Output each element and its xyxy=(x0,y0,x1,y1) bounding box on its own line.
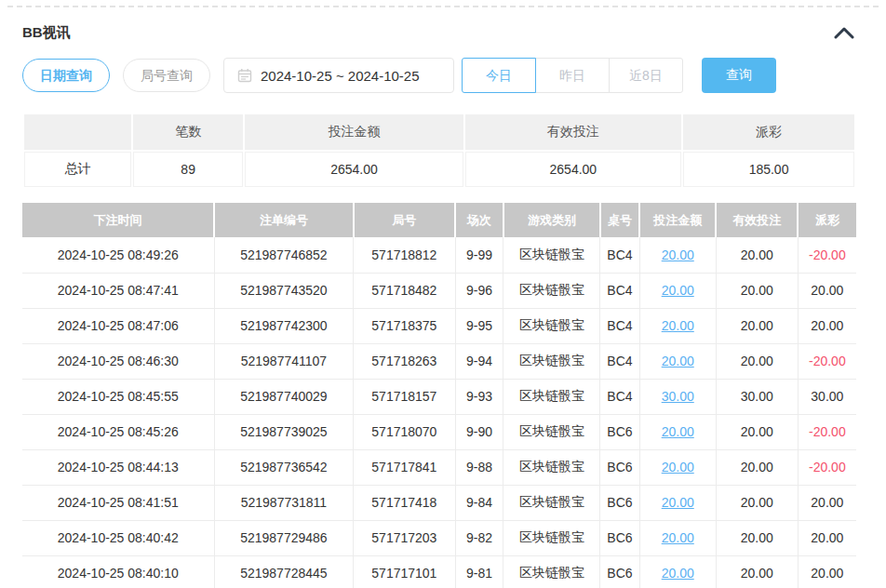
game-type-cell: 区块链骰宝 xyxy=(503,308,600,343)
bet-amount-cell: 20.00 xyxy=(639,520,716,555)
table-no-cell: BC4 xyxy=(600,273,639,308)
bet-amount-cell: 20.00 xyxy=(639,449,716,485)
table-no-cell: BC4 xyxy=(600,308,639,343)
payout-cell: -20.00 xyxy=(798,414,856,449)
bet-table-header-cell: 局号 xyxy=(354,203,455,237)
collapse-button[interactable] xyxy=(832,25,856,41)
bet-table-header-cell: 下注时间 xyxy=(22,203,214,237)
payout-cell: -20.00 xyxy=(798,449,856,485)
bet-amount-cell: 20.00 xyxy=(639,308,716,343)
table-no-cell: BC6 xyxy=(600,555,639,588)
table-row: 2024-10-25 08:40:42521987729486571717203… xyxy=(22,520,856,555)
bet-amount-cell: 30.00 xyxy=(639,379,716,414)
game-type-cell: 区块链骰宝 xyxy=(503,485,600,520)
order-no-cell: 521987742300 xyxy=(214,308,354,343)
valid-bet-cell: 20.00 xyxy=(716,414,798,449)
bet-amount-cell: 20.00 xyxy=(639,555,716,588)
bet-time-cell: 2024-10-25 08:47:06 xyxy=(22,308,214,343)
table-row: 2024-10-25 08:40:10521987728445571717101… xyxy=(22,555,856,588)
session-cell: 9-93 xyxy=(455,379,503,414)
filter-bar: 日期查询 局号查询 2024-10-25 ~ 2024-10-25 今日 昨日 … xyxy=(22,58,856,93)
bet-table-header-cell: 注单编号 xyxy=(214,203,354,237)
bet-amount-cell: 20.00 xyxy=(639,485,716,520)
bet-amount-link[interactable]: 20.00 xyxy=(662,460,694,474)
table-no-cell: BC6 xyxy=(600,485,639,520)
summary-header-valid-bet: 有效投注 xyxy=(465,114,681,150)
valid-bet-cell: 20.00 xyxy=(716,273,798,308)
bet-amount-cell: 20.00 xyxy=(639,273,716,308)
payout-cell: -20.00 xyxy=(798,237,856,273)
bet-amount-link[interactable]: 20.00 xyxy=(662,318,694,333)
table-no-cell: BC6 xyxy=(600,414,639,449)
summary-total-label: 总计 xyxy=(24,152,131,187)
payout-cell: 20.00 xyxy=(798,273,856,308)
order-no-cell: 521987740029 xyxy=(214,379,354,414)
bet-amount-link[interactable]: 20.00 xyxy=(662,283,694,298)
round-no-cell: 571717101 xyxy=(354,555,455,588)
bet-amount-link[interactable]: 20.00 xyxy=(662,566,694,581)
bet-amount-link[interactable]: 20.00 xyxy=(662,495,694,510)
bet-amount-link[interactable]: 20.00 xyxy=(662,530,694,545)
calendar-icon xyxy=(237,68,252,83)
bet-table-header-cell: 场次 xyxy=(455,203,503,237)
bet-amount-cell: 20.00 xyxy=(639,237,716,273)
payout-cell: 20.00 xyxy=(798,555,856,588)
payout-cell: -20.00 xyxy=(798,343,856,379)
bet-time-cell: 2024-10-25 08:40:10 xyxy=(22,555,214,588)
order-no-cell: 521987729486 xyxy=(214,520,354,555)
game-type-cell: 区块链骰宝 xyxy=(503,379,600,414)
round-no-cell: 571718263 xyxy=(354,343,455,379)
bet-table: 下注时间注单编号局号场次游戏类别桌号投注金额有效投注派彩 2024-10-25 … xyxy=(22,203,856,588)
valid-bet-cell: 20.00 xyxy=(716,343,798,379)
quick-range-group: 今日 昨日 近8日 xyxy=(462,58,683,93)
session-cell: 9-84 xyxy=(455,485,503,520)
valid-bet-cell: 20.00 xyxy=(716,237,798,273)
bet-amount-link[interactable]: 20.00 xyxy=(662,247,694,262)
bet-table-body: 2024-10-25 08:49:26521987746852571718812… xyxy=(22,237,856,588)
order-no-cell: 521987728445 xyxy=(214,555,354,588)
session-cell: 9-82 xyxy=(455,520,503,555)
session-cell: 9-88 xyxy=(455,449,503,485)
table-row: 2024-10-25 08:47:41521987743520571718482… xyxy=(22,273,856,308)
table-row: 2024-10-25 08:44:13521987736542571717841… xyxy=(22,449,856,485)
summary-header-payout: 派彩 xyxy=(683,114,854,150)
round-no-cell: 571717418 xyxy=(354,485,455,520)
date-range-value: 2024-10-25 ~ 2024-10-25 xyxy=(261,68,420,84)
bet-amount-link[interactable]: 30.00 xyxy=(662,389,694,404)
tab-date-query[interactable]: 日期查询 xyxy=(22,59,110,92)
summary-total-bet-amount: 2654.00 xyxy=(245,152,463,187)
bet-time-cell: 2024-10-25 08:40:42 xyxy=(22,520,214,555)
chevron-up-icon xyxy=(834,27,854,39)
summary-total-row: 总计 89 2654.00 2654.00 185.00 xyxy=(24,152,854,187)
summary-total-payout: 185.00 xyxy=(683,152,854,187)
bet-amount-link[interactable]: 20.00 xyxy=(662,424,694,439)
search-button[interactable]: 查询 xyxy=(702,58,776,93)
date-range-picker[interactable]: 2024-10-25 ~ 2024-10-25 xyxy=(223,58,454,93)
table-row: 2024-10-25 08:45:26521987739025571718070… xyxy=(22,414,856,449)
bet-time-cell: 2024-10-25 08:44:13 xyxy=(22,449,214,485)
summary-header-empty xyxy=(24,114,131,150)
quick-range-last8days[interactable]: 近8日 xyxy=(609,58,683,93)
payout-cell: 20.00 xyxy=(798,308,856,343)
bet-amount-link[interactable]: 20.00 xyxy=(662,354,694,368)
bet-table-header-cell: 派彩 xyxy=(798,203,856,237)
bet-time-cell: 2024-10-25 08:41:51 xyxy=(22,485,214,520)
valid-bet-cell: 20.00 xyxy=(716,555,798,588)
summary-table: 笔数 投注金额 有效投注 派彩 总计 89 2654.00 2654.00 18… xyxy=(22,113,856,189)
tab-round-query[interactable]: 局号查询 xyxy=(123,59,210,92)
bet-amount-cell: 20.00 xyxy=(639,414,716,449)
valid-bet-cell: 20.00 xyxy=(716,449,798,485)
round-no-cell: 571718812 xyxy=(354,237,455,273)
game-type-cell: 区块链骰宝 xyxy=(503,520,600,555)
session-cell: 9-99 xyxy=(455,237,503,273)
round-no-cell: 571718070 xyxy=(354,414,455,449)
page-title: BB视讯 xyxy=(22,24,71,42)
table-no-cell: BC4 xyxy=(600,379,639,414)
quick-range-today[interactable]: 今日 xyxy=(462,58,536,93)
table-no-cell: BC6 xyxy=(600,449,639,485)
table-row: 2024-10-25 08:41:51521987731811571717418… xyxy=(22,485,856,520)
quick-range-yesterday[interactable]: 昨日 xyxy=(535,58,610,93)
table-no-cell: BC4 xyxy=(600,343,639,379)
session-cell: 9-81 xyxy=(455,555,503,588)
session-cell: 9-96 xyxy=(455,273,503,308)
